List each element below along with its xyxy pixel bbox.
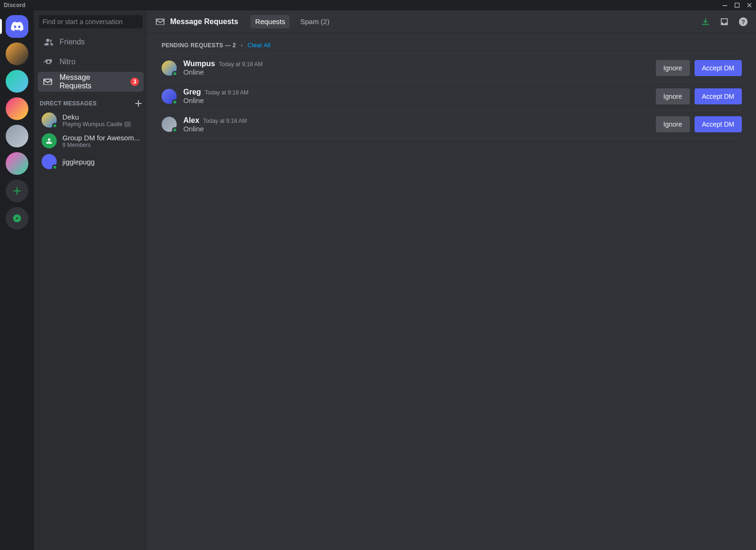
svg-rect-1 [735, 3, 739, 8]
mail-icon [155, 17, 165, 27]
request-username: Wumpus [183, 60, 215, 68]
status-online [172, 71, 178, 77]
dm-item[interactable]: DekuPlaying Wumpus Castle [38, 110, 144, 130]
friends-icon [43, 37, 53, 47]
server-item[interactable] [0, 207, 34, 230]
request-username: Alex [183, 116, 199, 125]
request-presence: Online [183, 68, 263, 76]
dm-name: jigglepugg [62, 158, 94, 166]
request-item[interactable]: GregToday at 9:18 AMOnlineIgnoreAccept D… [162, 82, 742, 110]
request-username: Greg [183, 88, 201, 96]
app-brand: Discord [4, 2, 26, 9]
pending-count-label: PENDING REQUESTS — 2 [162, 42, 236, 49]
svg-rect-0 [722, 5, 727, 6]
accept-dm-button[interactable]: Accept DM [695, 88, 742, 104]
maximize-button[interactable] [734, 2, 740, 8]
accept-dm-button[interactable]: Accept DM [695, 116, 742, 132]
ignore-button[interactable]: Ignore [656, 60, 690, 76]
add-server-button [6, 180, 28, 202]
status-online [52, 123, 58, 129]
status-online [172, 127, 178, 133]
dm-subtitle: Playing Wumpus Castle [62, 121, 122, 128]
inbox-icon[interactable] [719, 17, 730, 27]
dm-subtitle: 9 Members [62, 142, 91, 148]
ignore-button[interactable]: Ignore [656, 116, 690, 132]
server-item[interactable] [0, 180, 34, 202]
avatar [42, 154, 57, 169]
help-icon[interactable]: ? [738, 17, 748, 27]
request-presence: Online [183, 125, 247, 133]
server-icon [6, 43, 28, 65]
dm-header: DIRECT MESSAGES [34, 92, 147, 110]
tab-requests[interactable]: Requests [250, 15, 290, 28]
request-list: WumpusToday at 9:18 AMOnlineIgnoreAccept… [147, 53, 756, 138]
search-input[interactable]: Find or start a conversation [39, 15, 143, 28]
main-panel: Message Requests Requests Spam (2) ? [147, 10, 756, 550]
server-icon [6, 97, 28, 120]
nav-friends[interactable]: Friends [38, 32, 144, 52]
request-item[interactable]: WumpusToday at 9:18 AMOnlineIgnoreAccept… [162, 53, 742, 82]
request-timestamp: Today at 9:18 AM [205, 89, 249, 96]
nav-friends-label: Friends [60, 38, 85, 46]
mail-icon [43, 77, 53, 87]
svg-text:?: ? [741, 18, 745, 25]
header-actions: ? [700, 17, 748, 27]
close-button[interactable] [747, 2, 752, 8]
server-item[interactable] [0, 152, 34, 175]
dm-sidebar: Find or start a conversation Friends Nit… [34, 10, 147, 550]
nav-nitro[interactable]: Nitro [38, 52, 144, 72]
search-placeholder: Find or start a conversation [43, 18, 123, 26]
server-item[interactable] [0, 125, 34, 147]
server-icon [6, 152, 28, 175]
window-controls [722, 2, 752, 8]
minimize-button[interactable] [722, 2, 728, 8]
server-item[interactable] [0, 97, 34, 120]
request-timestamp: Today at 9:18 AM [219, 61, 263, 68]
avatar [42, 112, 57, 128]
download-icon[interactable] [700, 17, 711, 27]
dm-item[interactable]: jigglepugg [38, 151, 144, 172]
nitro-icon [43, 57, 53, 67]
tab-spam[interactable]: Spam (2) [295, 15, 334, 28]
dm-name: Deku [62, 113, 131, 121]
rich-presence-icon [124, 121, 131, 127]
page-title: Message Requests [155, 17, 238, 27]
nav-requests-label: Message Requests [60, 73, 124, 90]
server-icon [6, 70, 28, 93]
avatar [162, 117, 177, 132]
explore-servers-button [6, 207, 28, 230]
server-item[interactable] [0, 70, 34, 93]
nav-nitro-label: Nitro [60, 58, 76, 66]
ignore-button[interactable]: Ignore [656, 88, 690, 104]
requests-badge: 3 [130, 77, 139, 86]
request-item[interactable]: AlexToday at 9:18 AMOnlineIgnoreAccept D… [162, 110, 742, 138]
server-icon [6, 125, 28, 147]
dm-item[interactable]: Group DM for Awesom...9 Members [38, 130, 144, 151]
titlebar: Discord [0, 0, 756, 10]
header-tabs: Requests Spam (2) [250, 15, 334, 28]
status-online [52, 164, 58, 170]
avatar [162, 60, 177, 76]
clear-all-link[interactable]: Clear All [248, 42, 270, 49]
server-item[interactable] [0, 15, 34, 38]
server-item[interactable] [0, 43, 34, 65]
dm-header-label: DIRECT MESSAGES [40, 100, 97, 107]
pending-section-header: PENDING REQUESTS — 2 • Clear All [147, 33, 756, 53]
page-title-label: Message Requests [170, 17, 238, 26]
request-timestamp: Today at 9:18 AM [203, 118, 247, 124]
avatar [162, 89, 177, 104]
avatar [42, 133, 57, 148]
accept-dm-button[interactable]: Accept DM [695, 60, 742, 76]
request-presence: Online [183, 96, 249, 104]
main-header: Message Requests Requests Spam (2) ? [147, 10, 756, 33]
home-button [6, 15, 28, 38]
new-dm-button[interactable] [135, 100, 142, 107]
dm-name: Group DM for Awesom... [62, 134, 140, 142]
nav-message-requests[interactable]: Message Requests 3 [38, 72, 144, 92]
server-rail [0, 10, 34, 550]
dm-list: DekuPlaying Wumpus CastleGroup DM for Aw… [34, 110, 147, 172]
status-online [172, 99, 178, 105]
